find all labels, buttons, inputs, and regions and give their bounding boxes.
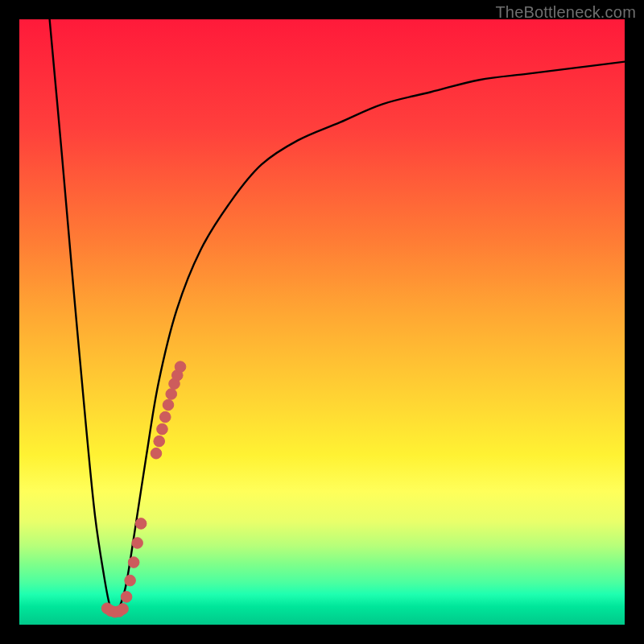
marker-seg-5 bbox=[163, 399, 174, 411]
marker-rise-5 bbox=[135, 518, 147, 530]
marker-seg-2 bbox=[154, 436, 165, 447]
data-markers bbox=[101, 361, 186, 617]
marker-seg-4 bbox=[159, 411, 171, 423]
marker-seg-6 bbox=[166, 389, 177, 400]
marker-rise-1 bbox=[121, 592, 132, 603]
marker-rise-4 bbox=[132, 538, 143, 549]
marker-seg-1 bbox=[151, 448, 162, 459]
plot-area bbox=[19, 19, 625, 625]
marker-hook-low-5 bbox=[118, 604, 129, 615]
marker-seg-3 bbox=[157, 423, 168, 435]
curve-svg bbox=[19, 19, 625, 625]
chart-stage: TheBottleneck.com bbox=[0, 0, 644, 644]
marker-seg-9 bbox=[175, 361, 186, 373]
marker-rise-3 bbox=[128, 557, 139, 568]
marker-rise-2 bbox=[125, 575, 136, 586]
